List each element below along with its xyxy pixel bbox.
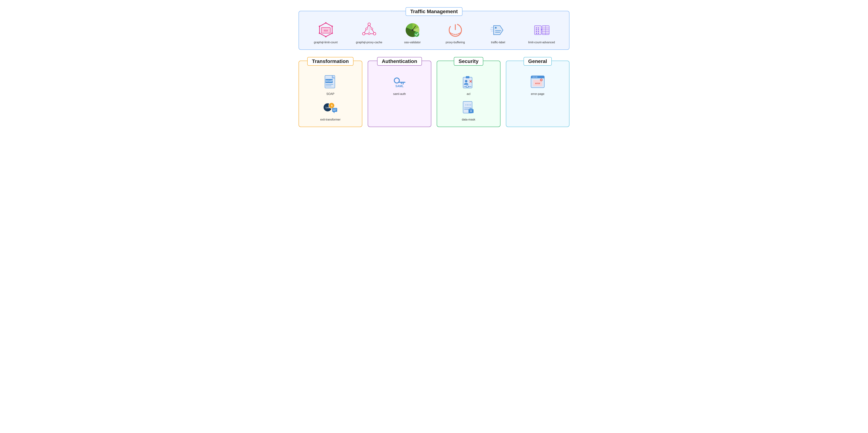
svg-point-26 xyxy=(495,27,497,29)
svg-point-18 xyxy=(366,28,367,30)
svg-point-7 xyxy=(319,32,320,34)
exit-transformer-icon: Lua xyxy=(322,99,338,115)
soap-label: SOAP xyxy=(327,92,334,96)
traffic-items: 010 graphql-limit-count xyxy=(306,22,562,44)
security-items: acl * * * * xyxy=(444,74,493,121)
transformation-items: SOAP SOAP Lua xyxy=(306,74,355,121)
svg-text:error: error xyxy=(535,82,540,85)
svg-point-14 xyxy=(368,23,370,26)
acl-label: acl xyxy=(467,92,470,96)
plugin-graphql-limit-count[interactable]: 010 graphql-limit-count xyxy=(313,22,338,44)
svg-point-19 xyxy=(371,28,373,30)
svg-point-88 xyxy=(533,76,534,77)
svg-point-71 xyxy=(465,80,467,82)
security-title: Security xyxy=(454,57,483,66)
svg-point-38 xyxy=(538,31,539,32)
data-mask-label: data-mask xyxy=(462,118,475,121)
svg-point-89 xyxy=(534,76,535,77)
plugin-limit-count-advanced[interactable]: limit-count-advanced xyxy=(528,22,555,44)
svg-point-90 xyxy=(536,76,537,77)
error-page-icon: error xyxy=(530,74,546,90)
svg-point-36 xyxy=(538,29,539,30)
svg-text:* * * *: * * * * xyxy=(465,104,471,107)
page-container: Traffic Management 010 xyxy=(299,11,569,127)
plugin-soap[interactable]: SOAP SOAP xyxy=(318,74,343,96)
traffic-management-card: Traffic Management 010 xyxy=(299,11,569,50)
traffic-management-title: Traffic Management xyxy=(406,7,463,16)
plugin-exit-transformer[interactable]: Lua exit-transformer xyxy=(318,99,343,121)
graphql-limit-count-label: graphql-limit-count xyxy=(314,41,338,44)
svg-point-40 xyxy=(538,33,539,34)
svg-point-3 xyxy=(325,22,327,24)
authentication-items: SAML saml-auth xyxy=(375,74,424,96)
traffic-label-icon xyxy=(490,22,506,38)
svg-point-23 xyxy=(414,32,419,37)
soap-icon: SOAP xyxy=(322,74,338,90)
plugin-traffic-label[interactable]: traffic-label xyxy=(486,22,511,44)
limit-count-advanced-icon xyxy=(533,22,550,38)
svg-point-15 xyxy=(363,32,365,35)
data-mask-icon: * * * * xyxy=(460,99,476,115)
saml-auth-icon: SAML xyxy=(392,74,408,90)
proxy-buffering-label: proxy-buffering xyxy=(445,41,465,44)
acl-icon xyxy=(460,74,476,90)
svg-rect-70 xyxy=(466,76,469,78)
general-items: error error-page xyxy=(514,74,562,96)
transformation-title: Transformation xyxy=(307,57,353,66)
svg-point-37 xyxy=(536,31,537,32)
svg-text:SOAP: SOAP xyxy=(326,79,333,82)
svg-point-16 xyxy=(373,32,376,35)
svg-point-17 xyxy=(368,33,370,35)
authentication-card: Authentication SAML xyxy=(368,61,431,127)
graphql-limit-count-icon: 010 xyxy=(318,22,334,38)
saml-auth-label: saml-auth xyxy=(393,92,406,96)
plugin-graphql-proxy-cache[interactable]: graphql-proxy-cache xyxy=(356,22,382,44)
bottom-row: Transformation S xyxy=(299,61,569,127)
graphql-proxy-cache-icon xyxy=(361,22,377,38)
svg-rect-60 xyxy=(332,108,337,112)
plugin-acl[interactable]: acl xyxy=(456,74,481,96)
svg-point-6 xyxy=(325,36,327,37)
svg-text:010: 010 xyxy=(324,29,328,32)
svg-point-5 xyxy=(332,32,333,34)
transformation-card: Transformation S xyxy=(299,61,362,127)
plugin-oas-validator[interactable]: oas-validator xyxy=(400,22,425,44)
oas-validator-icon xyxy=(404,22,421,38)
traffic-label-label: traffic-label xyxy=(491,41,505,44)
svg-point-8 xyxy=(319,26,320,27)
plugin-proxy-buffering[interactable]: proxy-buffering xyxy=(443,22,468,44)
svg-point-34 xyxy=(538,27,539,29)
svg-point-35 xyxy=(536,29,537,30)
authentication-title: Authentication xyxy=(377,57,422,66)
svg-text:SAML: SAML xyxy=(395,85,404,88)
general-card: General xyxy=(506,61,570,127)
plugin-saml-auth[interactable]: SAML saml-auth xyxy=(387,74,412,96)
oas-validator-label: oas-validator xyxy=(404,41,421,44)
security-card: Security xyxy=(437,61,500,127)
plugin-data-mask[interactable]: * * * * data-mask xyxy=(456,99,481,121)
proxy-buffering-icon xyxy=(447,22,463,38)
error-page-label: error-page xyxy=(531,92,544,96)
graphql-proxy-cache-label: graphql-proxy-cache xyxy=(356,41,382,44)
svg-rect-32 xyxy=(534,26,541,35)
plugin-error-page[interactable]: error error-page xyxy=(525,74,550,96)
general-title: General xyxy=(524,57,552,66)
svg-marker-61 xyxy=(333,112,335,113)
svg-point-39 xyxy=(536,33,537,34)
limit-count-advanced-label: limit-count-advanced xyxy=(528,41,555,44)
exit-transformer-label: exit-transformer xyxy=(320,118,340,121)
svg-point-33 xyxy=(536,27,537,29)
svg-point-4 xyxy=(332,26,333,27)
svg-point-22 xyxy=(412,29,413,31)
